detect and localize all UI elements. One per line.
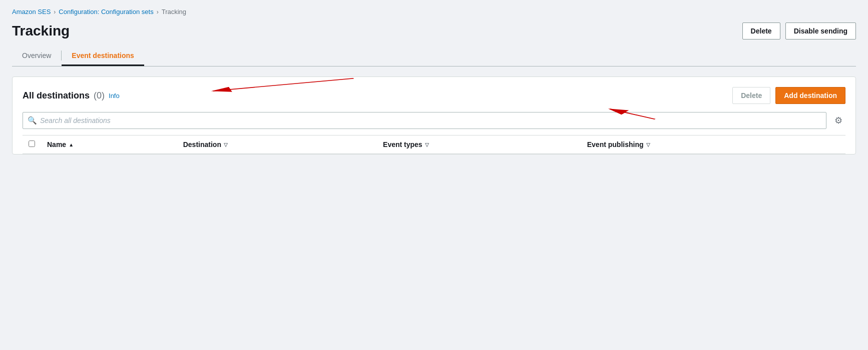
add-destination-button[interactable]: Add destination — [775, 87, 845, 104]
breadcrumb-separator-1: › — [54, 8, 56, 16]
tabs: Overview Event destinations — [12, 48, 856, 66]
header-actions: Delete Disable sending — [742, 22, 856, 40]
col-destination: Destination ▽ — [177, 136, 377, 154]
search-row: 🔍 ⚙ — [23, 112, 845, 129]
table-wrapper: Name ▲ Destination ▽ — [23, 135, 845, 154]
select-all-col — [23, 136, 41, 154]
disable-sending-button[interactable]: Disable sending — [785, 22, 856, 40]
card-count: (0) — [94, 90, 105, 101]
col-name: Name ▲ — [41, 136, 177, 154]
card-title-group: All destinations (0) Info — [23, 90, 120, 101]
table-header-row: Name ▲ Destination ▽ — [23, 136, 845, 154]
sort-icon-name[interactable]: ▲ — [69, 142, 74, 148]
sort-icon-event-publishing[interactable]: ▽ — [646, 142, 650, 148]
card-title: All destinations — [23, 90, 90, 101]
select-all-checkbox[interactable] — [29, 140, 35, 147]
tab-overview[interactable]: Overview — [12, 48, 61, 66]
gear-button[interactable]: ⚙ — [831, 113, 845, 128]
page-title: Tracking — [12, 23, 70, 39]
card-header: All destinations (0) Info Delete Add des… — [23, 87, 845, 104]
card-delete-button: Delete — [732, 87, 770, 104]
breadcrumb-current: Tracking — [162, 8, 186, 16]
breadcrumb: Amazon SES › Configuration: Configuratio… — [12, 8, 856, 16]
page-header: Tracking Delete Disable sending — [12, 22, 856, 40]
col-event-types: Event types ▽ — [377, 136, 581, 154]
destinations-table: Name ▲ Destination ▽ — [23, 136, 845, 154]
sort-icon-destination[interactable]: ▽ — [224, 142, 228, 148]
info-link[interactable]: Info — [109, 92, 120, 100]
breadcrumb-separator-2: › — [157, 8, 159, 16]
content-card: All destinations (0) Info Delete Add des… — [12, 76, 856, 154]
col-event-publishing: Event publishing ▽ — [581, 136, 845, 154]
breadcrumb-link-ses[interactable]: Amazon SES — [12, 8, 51, 16]
gear-icon: ⚙ — [834, 115, 842, 126]
sort-icon-event-types[interactable]: ▽ — [425, 142, 429, 148]
tab-event-destinations[interactable]: Event destinations — [62, 48, 144, 66]
search-input-wrapper: 🔍 — [23, 112, 826, 129]
card-actions: Delete Add destination — [732, 87, 845, 104]
search-input[interactable] — [23, 112, 826, 129]
breadcrumb-link-config[interactable]: Configuration: Configuration sets — [59, 8, 153, 16]
delete-button[interactable]: Delete — [742, 22, 780, 40]
